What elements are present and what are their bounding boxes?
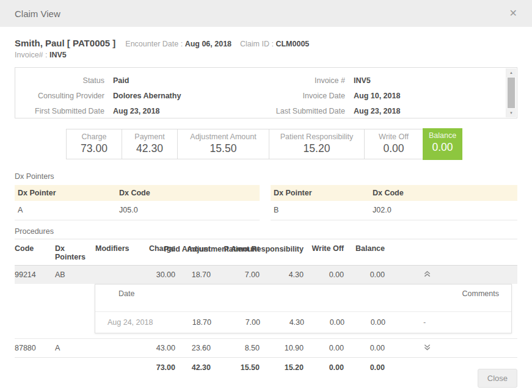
modal-title: Claim View	[15, 9, 60, 19]
payment-detail-row: Aug 24, 2018 18.70 7.00 4.30 0.00 0.00 -	[95, 312, 511, 333]
total-balance: 0.00	[344, 358, 385, 378]
summary-box-adjustment: Adjustment Amount 15.50	[177, 129, 269, 159]
payment-details-header-row: Date Comments	[95, 285, 511, 312]
detail-row-status: Status Paid	[15, 73, 261, 89]
procedure-charge: 43.00	[142, 339, 175, 358]
procedure-write-off: 0.00	[304, 339, 344, 358]
claim-details-panel: Status Paid Consulting Provider Dolores …	[15, 67, 517, 118]
scrollbar-thumb[interactable]	[508, 78, 515, 108]
claim-summary-row: Charge 73.00 Payment 42.30 Adjustment Am…	[66, 129, 517, 160]
detail-row-consulting-provider: Consulting Provider Dolores Abernathy	[15, 89, 261, 104]
encounter-date: Encounter Date : Aug 06, 2018	[125, 40, 231, 48]
procedure-code: 99214	[15, 266, 55, 285]
invoice-number: Invoice# : INV5	[15, 51, 517, 59]
summary-box-write-off: Write Off 0.00	[364, 129, 423, 159]
dx-code-value: J02.0	[370, 201, 517, 220]
total-patient-responsibility: 15.20	[260, 358, 304, 378]
payment-paid-amount: 18.70	[153, 312, 211, 333]
detail-col-comments: Comments	[385, 285, 511, 312]
dx-pointers-section-label: Dx Pointers	[15, 172, 517, 181]
procedure-patient-responsibility: 4.30	[260, 266, 304, 285]
procedure-modifiers	[95, 339, 142, 358]
payment-write-off: 0.00	[304, 312, 344, 333]
col-header-write-off: Write Off	[304, 239, 344, 266]
dx-pointer-header: Dx Pointer	[15, 185, 116, 201]
procedures-totals-row: 73.00 42.30 15.50 15.20 0.00 0.00	[15, 358, 517, 378]
payment-patient-responsibility: 4.30	[260, 312, 304, 333]
dx-pointer-value: B	[271, 201, 370, 220]
procedure-balance: 0.00	[344, 266, 385, 285]
scroll-up-icon[interactable]: ▲	[506, 68, 516, 77]
payment-details-panel: Date Comments Aug 24, 201	[95, 284, 512, 333]
total-paid-amount: 42.30	[175, 358, 211, 378]
col-header-code: Code	[15, 239, 55, 266]
summary-box-patient-responsibility: Patient Responsibility 15.20	[269, 129, 365, 159]
detail-row-invoice-number: Invoice # INV5	[261, 73, 506, 89]
payment-adjustment-amount: 7.00	[211, 312, 260, 333]
col-header-dx-pointers: Dx Pointers	[55, 239, 95, 266]
total-write-off: 0.00	[304, 358, 344, 378]
scroll-down-icon[interactable]: ▼	[506, 109, 516, 117]
dx-pointer-value: A	[15, 201, 116, 220]
payment-comments: -	[385, 312, 511, 333]
dx-pointer-row: B J02.0	[271, 201, 517, 220]
detail-row-invoice-date: Invoice Date Aug 10, 2018	[261, 89, 506, 104]
procedure-balance: 0.00	[344, 339, 385, 358]
close-icon[interactable]: ✕	[509, 9, 517, 18]
claim-id: Claim ID : CLM0005	[240, 40, 309, 48]
claim-view-modal: Claim View ✕ Smith, Paul [ PAT0005 ] Enc…	[0, 0, 532, 392]
procedure-patient-responsibility: 10.90	[260, 339, 304, 358]
summary-box-charge: Charge 73.00	[66, 129, 122, 159]
summary-box-payment: Payment 42.30	[122, 129, 178, 159]
modal-titlebar: Claim View ✕	[0, 0, 532, 27]
detail-row-last-submitted: Last Submitted Date Aug 23, 2018	[261, 104, 506, 119]
close-button[interactable]: Close	[478, 369, 517, 388]
procedures-section-label: Procedures	[15, 227, 517, 236]
patient-header: Smith, Paul [ PAT0005 ] Encounter Date :…	[15, 38, 517, 59]
procedure-paid-amount: 18.70	[175, 266, 211, 285]
total-charge: 73.00	[142, 358, 175, 378]
procedure-modifiers	[95, 266, 142, 285]
col-header-modifiers: Modifiers	[95, 239, 142, 266]
dx-pointer-header: Dx Pointer	[271, 185, 370, 201]
procedure-row-99214: 99214 AB 30.00 18.70 7.00 4.30 0.00 0.00	[15, 266, 517, 285]
payment-date: Aug 24, 2018	[95, 312, 153, 333]
dx-pointer-row: A J05.0	[15, 201, 260, 220]
procedure-dx-pointers: A	[55, 339, 95, 358]
dx-pointers-table-left: Dx Pointer Dx Code A J05.0	[15, 185, 260, 220]
collapse-icon[interactable]	[423, 270, 431, 278]
expand-icon[interactable]	[423, 343, 431, 351]
payment-balance: 0.00	[344, 312, 385, 333]
summary-box-balance: Balance 0.00	[423, 128, 462, 160]
procedures-header-row: Code Dx Pointers Modifiers Charge Paid A…	[15, 239, 517, 266]
dx-code-header: Dx Code	[370, 185, 517, 201]
detail-col-date: Date	[95, 285, 153, 312]
procedure-code: 87880	[15, 339, 55, 358]
procedure-dx-pointers: AB	[55, 266, 95, 285]
dx-code-header: Dx Code	[116, 185, 260, 201]
dx-code-value: J05.0	[116, 201, 260, 220]
procedure-write-off: 0.00	[304, 266, 344, 285]
dx-pointers-table-right: Dx Pointer Dx Code B J02.0	[271, 185, 517, 220]
patient-name: Smith, Paul [ PAT0005 ]	[15, 38, 115, 48]
col-header-patient-responsibility: Patient Responsibility	[260, 239, 304, 266]
procedure-paid-amount: 23.60	[175, 339, 211, 358]
procedure-row-87880: 87880 A 43.00 23.60 8.50 10.90 0.00 0.00	[15, 339, 517, 358]
procedure-adjustment-amount: 7.00	[211, 266, 260, 285]
detail-row-first-submitted: First Submitted Date Aug 23, 2018	[15, 104, 261, 119]
procedures-table: Code Dx Pointers Modifiers Charge Paid A…	[15, 239, 517, 377]
payment-details-table: Date Comments Aug 24, 201	[95, 285, 511, 333]
total-adjustment-amount: 15.50	[211, 358, 260, 378]
details-scrollbar[interactable]: ▲ ▼	[506, 68, 516, 117]
procedure-charge: 30.00	[142, 266, 175, 285]
procedure-adjustment-amount: 8.50	[211, 339, 260, 358]
col-header-balance: Balance	[344, 239, 385, 266]
payment-details-row: Date Comments Aug 24, 201	[15, 284, 517, 339]
dx-pointers-tables: Dx Pointer Dx Code A J05.0 Dx Pointer Dx…	[15, 185, 517, 220]
